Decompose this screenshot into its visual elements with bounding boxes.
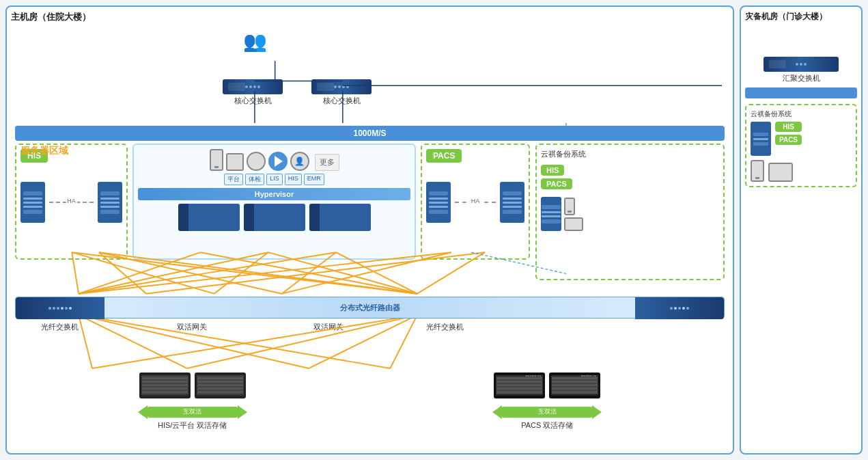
core-switch-1	[223, 79, 283, 94]
fiber-switch-left-label: 光纤交换机	[15, 322, 104, 332]
pacs-server-left	[426, 182, 451, 223]
cloud-backup-main-label: 云祺备份系统	[541, 149, 719, 159]
core-switch-1-container: 核心交换机	[223, 79, 283, 106]
pacs-storage-label: PACS 双活存储	[521, 420, 573, 430]
bottom-arrows-row: 互双活 HIS/云平台 双活存储 互双活 PACS 双活存储	[15, 405, 725, 430]
server-rack-h3	[309, 204, 371, 231]
people-icon-container: 👥	[243, 30, 267, 53]
pacs-storage-2: aspire rs	[549, 373, 600, 398]
agg-switch-container: 汇聚交换机	[745, 57, 857, 83]
cloud-his-badge: HIS	[541, 165, 564, 176]
his-cloud-storage-container: 互双活 HIS/云平台 双活存储	[138, 405, 247, 430]
disaster-cloud-backup-label: 云祺备份系统	[751, 109, 852, 119]
server-zone-label-container: 服务器区域	[18, 144, 71, 159]
his-cloud-storage-label: HIS/云平台 双活存储	[158, 420, 227, 430]
globe-icon	[247, 152, 266, 171]
server-rack-h1	[178, 204, 240, 231]
disaster-room-title: 灾备机房（门诊大楼）	[745, 12, 827, 21]
core-switch-2	[311, 79, 372, 94]
desktop-icon	[226, 153, 244, 171]
pacs-arrow: 互双活	[492, 405, 602, 419]
his-storage-1	[139, 373, 191, 398]
dist-storage-bar: 分布式光纤路由器	[15, 297, 725, 319]
pacs-storage-group: aspire rs aspire rs	[494, 373, 600, 398]
main-room-title: 主机房（住院大楼）	[11, 12, 91, 22]
cloud-backup-main-zone: 云祺备份系统 HIS PACS	[535, 144, 725, 280]
arrow-left-his	[138, 405, 148, 419]
disaster-devices	[751, 160, 852, 182]
dual-active-gw1-label: 双活网关	[148, 322, 236, 332]
cloud-pacs-badge: PACS	[541, 178, 572, 189]
fiber-switch-right-label: 光纤交换机	[400, 322, 489, 332]
band-1000ms: 1000M/S	[15, 126, 725, 141]
dual-active-gw2-label: 双活网关	[284, 322, 373, 332]
main-room: 主机房（住院大楼）	[5, 5, 734, 455]
emr-badge: EMR	[304, 174, 324, 185]
lis-badge: LIS	[266, 174, 283, 185]
disaster-badges: HIS PACS	[775, 122, 802, 145]
vm-labels-row: 平台 体检 LIS HIS EMR	[138, 174, 410, 185]
app-icons-row: 👤 更多	[138, 149, 410, 171]
dual-active-gw1-label-container: 双活网关	[148, 321, 236, 332]
disaster-his-badge: HIS	[775, 122, 802, 132]
arrow-body-pacs: 互双活	[502, 407, 592, 418]
disaster-cloud-backup-zone: 云祺备份系统 HIS PACS	[745, 104, 857, 187]
bottom-storage-row: aspire rs aspire rs	[15, 373, 725, 398]
core-switch-2-label: 核心交换机	[311, 96, 372, 106]
cloud-server	[541, 197, 561, 231]
his-server-left	[20, 182, 45, 223]
disaster-server	[751, 122, 771, 156]
his-server-right	[98, 182, 122, 223]
aggregation-switch	[764, 57, 839, 72]
fiber-switch-right-label-container: 光纤交换机	[400, 321, 489, 332]
cloud-tablet-icon	[564, 217, 583, 231]
disaster-band	[745, 87, 857, 98]
his-arrow: 互双活	[138, 405, 247, 419]
disaster-mobile	[751, 160, 764, 182]
pacs-storage-1: aspire rs	[494, 373, 545, 398]
server-rack-h2	[244, 204, 305, 231]
hypervisor-bar: Hypervisor	[138, 188, 410, 200]
his-zone: HIS HA	[15, 144, 128, 260]
right-switch-bar	[635, 297, 724, 319]
dual-active-gw2-label-container: 双活网关	[284, 321, 373, 332]
user-icon: 👤	[290, 152, 309, 171]
dist-storage-label: 分布式光纤路由器	[340, 303, 400, 313]
pacs-zone: PACS HA	[421, 144, 530, 260]
platform-badge: 平台	[224, 174, 243, 185]
pacs-badge: PACS	[426, 149, 462, 163]
pacs-server-right	[500, 182, 524, 223]
mobile-device-icon	[210, 149, 223, 171]
core-switch-2-container: 核心交换机	[311, 79, 372, 106]
his-badge2: HIS	[285, 174, 302, 185]
play-icon	[268, 152, 288, 171]
arrow-body-his: 互双活	[148, 407, 238, 418]
disaster-pacs-badge: PACS	[775, 135, 802, 145]
more-badge: 更多	[315, 154, 339, 171]
core-switch-1-label: 核心交换机	[223, 96, 283, 106]
fiber-switch-left-label-container: 光纤交换机	[15, 321, 104, 332]
hypervisor-servers	[138, 204, 410, 231]
his-storage-2	[195, 373, 246, 398]
virtual-zone: 👤 更多 平台 体检 LIS HIS EMR Hypervisor	[132, 144, 416, 260]
pacs-storage-container: 互双活 PACS 双活存储	[492, 405, 602, 430]
tijian-badge: 体检	[245, 174, 264, 185]
ha-label: HA	[66, 198, 77, 204]
arrow-right-pacs	[592, 405, 602, 419]
his-storage-group	[139, 373, 246, 398]
people-icon: 👥	[243, 30, 267, 53]
aggregation-switch-label: 汇聚交换机	[783, 73, 820, 83]
cloud-mobile-icon	[564, 198, 575, 215]
arrow-right-his	[238, 405, 247, 419]
arrow-left-pacs	[492, 405, 502, 419]
disaster-room: 灾备机房（门诊大楼） 汇聚交换机 云祺备份系统	[740, 5, 863, 455]
left-switch-bar	[16, 297, 104, 319]
disaster-tablet	[768, 163, 793, 182]
disaster-server-container: HIS PACS	[751, 122, 852, 156]
server-zone-label: 服务器区域	[18, 144, 71, 159]
pacs-ha-label: HA	[470, 198, 481, 204]
